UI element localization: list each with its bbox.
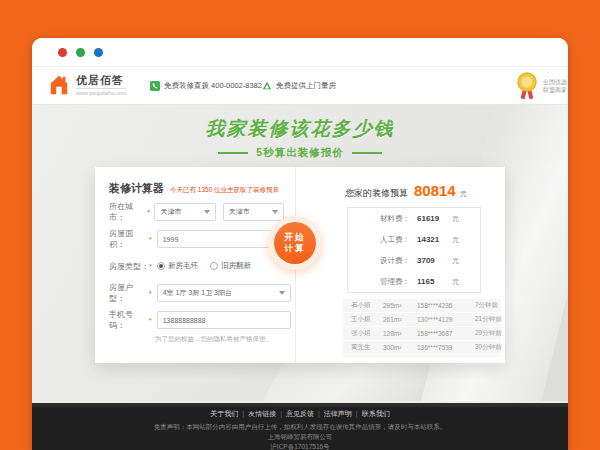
cost-value: 14321	[410, 235, 448, 244]
window-minimize-button[interactable]	[76, 48, 85, 57]
lead-name: 黄先生	[351, 343, 383, 352]
chevron-down-icon	[204, 210, 210, 214]
lead-phone: 158****4236	[417, 302, 475, 309]
radio-option-old-house[interactable]: 旧房翻新	[210, 261, 251, 271]
calculator-header: 装修计算器 今天已有 1350 位业主获取了装修预算	[109, 181, 279, 196]
window-maximize-button[interactable]	[94, 48, 103, 57]
lead-time: 7分钟前	[475, 301, 509, 310]
calculator-card: 装修计算器 今天已有 1350 位业主获取了装修预算 所在城市： * 天津市 天…	[95, 167, 505, 363]
cost-label: 管理费：	[358, 277, 410, 287]
form-row-layout: 房屋户型： * 4室 1厅 3厨 1卫 3阳台	[109, 284, 291, 302]
site-header: 优居佰答 www.youjubahu.com 免费装修直拨 400-0002-8…	[32, 66, 568, 105]
required-mark: *	[149, 289, 157, 298]
cost-unit: 元	[448, 235, 462, 245]
layout-select-value: 4室 1厅 3厨 1卫 3阳台	[163, 288, 232, 298]
chevron-down-icon	[279, 291, 285, 295]
cost-unit: 元	[448, 277, 462, 287]
lead-phone: 136****7539	[417, 344, 475, 351]
privacy-note: 为了您的权益，您的隐私将被严格保密。	[155, 335, 272, 344]
city-select-value: 天津市	[229, 207, 250, 217]
header-measure-service: 免费提供上门量房	[262, 67, 336, 104]
badge-line1: 全国优选	[543, 78, 567, 86]
cost-value: 61619	[410, 214, 448, 223]
calculator-form: 所在城市： * 天津市 天津市 房屋面积： *	[109, 203, 291, 329]
badge-text: 全国优选 联盟商家	[543, 78, 567, 94]
footer-link[interactable]: 友情链接	[248, 410, 276, 417]
footer-disclaimer: 免责声明：本网站部分内容由用户自行上传，如权利人发现存在误传其作品情形，请及时与…	[154, 422, 447, 432]
form-row-city: 所在城市： * 天津市 天津市	[109, 203, 291, 221]
footer-link[interactable]: 法律声明	[324, 410, 352, 417]
ticker-row: 张小姐 128m² 158****3687 29分钟前	[343, 327, 501, 341]
layout-label: 房屋户型：	[109, 282, 149, 304]
start-calculate-button[interactable]: 开始 计算	[268, 216, 322, 270]
lead-phone: 130****4129	[417, 316, 475, 323]
hero-section: 我家装修该花多少钱 5秒算出装修报价 装修计算器 今天已有 1350 位业主获取…	[32, 105, 568, 401]
lead-area: 300m²	[383, 344, 417, 351]
logo-url: www.youjubahu.com	[76, 88, 126, 96]
calculator-notice: 今天已有 1350 位业主获取了装修预算	[170, 186, 279, 195]
lead-area: 261m²	[383, 316, 417, 323]
area-label: 房屋面积：	[109, 228, 149, 250]
budget-total: 80814	[414, 182, 456, 199]
radio-label-old: 旧房翻新	[221, 261, 251, 271]
budget-title: 您家的装修预算	[345, 187, 408, 200]
start-calculate-button-face: 开始 计算	[274, 222, 316, 264]
cost-value: 1165	[410, 277, 448, 286]
area-input[interactable]	[163, 236, 278, 243]
radio-label-new: 新房毛坯	[168, 261, 198, 271]
province-select[interactable]: 天津市	[154, 203, 215, 221]
form-row-house-type: 房屋类型： * 新房毛坯 旧房翻新	[109, 257, 291, 275]
site-footer: 关于我们|友情链接|意见反馈|法律声明|联系我们 免责声明：本网站部分内容由用户…	[32, 401, 568, 450]
medal-icon	[515, 71, 539, 101]
footer-icp: 沪ICP备17017516号	[270, 442, 329, 450]
chevron-down-icon	[272, 210, 278, 214]
budget-total-unit: 元	[460, 189, 467, 199]
footer-link-separator: |	[280, 410, 282, 417]
cost-row: 材料费： 61619 元	[348, 208, 480, 229]
dash-decoration	[218, 152, 248, 154]
cost-value: 3709	[410, 256, 448, 265]
phone-field-wrap	[157, 311, 291, 329]
hotline-text: 免费装修直拨 400-0002-8382	[164, 81, 262, 91]
footer-link-separator: |	[318, 410, 320, 417]
footer-link[interactable]: 关于我们	[210, 410, 238, 417]
footer-links: 关于我们|友情链接|意见反馈|法律声明|联系我们	[210, 409, 389, 419]
logo-title: 优居佰答	[76, 74, 126, 86]
lead-name: 王小姐	[351, 315, 383, 324]
footer-link[interactable]: 意见反馈	[286, 410, 314, 417]
cost-label: 人工费：	[358, 235, 410, 245]
window-close-button[interactable]	[58, 48, 67, 57]
radio-option-new-house[interactable]: 新房毛坯	[157, 261, 198, 271]
phone-label: 手机号码：	[109, 309, 149, 331]
layout-select[interactable]: 4室 1厅 3厨 1卫 3阳台	[157, 284, 291, 302]
radio-checked-icon	[157, 262, 165, 270]
province-select-value: 天津市	[160, 207, 181, 217]
submit-line1: 开始	[285, 232, 306, 243]
recent-leads-ticker: 石小姐 295m² 158****4236 7分钟前 王小姐 261m² 130…	[343, 299, 501, 357]
site-logo[interactable]: 优居佰答 www.youjubahu.com	[48, 74, 126, 96]
city-label: 所在城市：	[109, 201, 147, 223]
calculator-title: 装修计算器	[109, 181, 164, 196]
measure-house-icon	[262, 81, 272, 91]
ticker-row: 石小姐 295m² 158****4236 7分钟前	[343, 299, 501, 313]
cost-unit: 元	[448, 256, 462, 266]
hero-subtitle: 5秒算出装修报价	[256, 146, 343, 160]
lead-time: 21分钟前	[475, 315, 509, 324]
cost-row: 管理费： 1165 元	[348, 271, 480, 292]
cost-row: 设计费： 3709 元	[348, 250, 480, 271]
lead-name: 石小姐	[351, 301, 383, 310]
city-select[interactable]: 天津市	[223, 203, 284, 221]
required-mark: *	[149, 235, 157, 244]
form-row-phone: 手机号码： *	[109, 311, 291, 329]
footer-link[interactable]: 联系我们	[362, 410, 390, 417]
header-hotline: 免费装修直拨 400-0002-8382	[150, 67, 262, 104]
cost-breakdown-box: 材料费： 61619 元 人工费： 14321 元 设计费： 3709 元 管理…	[347, 207, 481, 293]
measure-text: 免费提供上门量房	[276, 81, 336, 91]
badge-line2: 联盟商家	[543, 86, 567, 94]
cost-row: 人工费： 14321 元	[348, 229, 480, 250]
cost-unit: 元	[448, 214, 462, 224]
footer-link-separator: |	[242, 410, 244, 417]
phone-input[interactable]	[163, 317, 285, 324]
lead-area: 295m²	[383, 302, 417, 309]
hero-title: 我家装修该花多少钱	[32, 116, 568, 142]
